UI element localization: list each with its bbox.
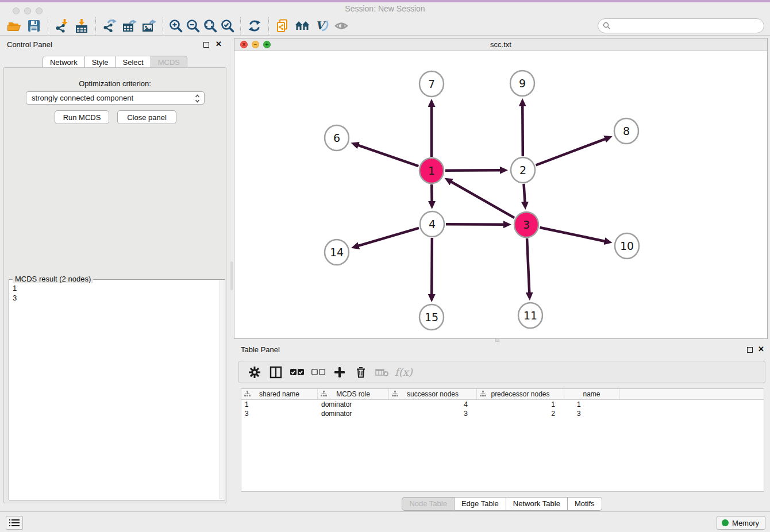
import-network-icon[interactable]	[52, 16, 72, 36]
close-panel-icon[interactable]: ✕	[215, 40, 222, 48]
column-header-name[interactable]: name	[564, 389, 619, 399]
graph-node-3[interactable]: 3	[514, 212, 538, 237]
mcds-result-scrollbar[interactable]	[220, 280, 224, 499]
table-cell[interactable]: 1	[564, 400, 619, 409]
search-input[interactable]	[598, 18, 764, 33]
close-panel-button[interactable]: Close panel	[117, 110, 176, 124]
graph-node-4[interactable]: 4	[420, 211, 444, 237]
graph-node-6[interactable]: 6	[325, 125, 349, 151]
svg-text:3: 3	[523, 218, 530, 231]
app-titlebar: Session: New Session	[0, 2, 770, 16]
graph-node-1[interactable]: 1	[419, 158, 444, 183]
graph-node-9[interactable]: 9	[510, 71, 534, 96]
show-eye-icon[interactable]	[332, 16, 351, 36]
delete-table-icon	[371, 363, 392, 382]
app-title: Session: New Session	[0, 4, 770, 13]
graph-node-14[interactable]: 14	[325, 240, 349, 265]
search-icon	[603, 22, 611, 30]
table-cell[interactable]: 1	[241, 400, 318, 409]
clone-network-icon[interactable]	[273, 16, 292, 36]
table-cell[interactable]: 3	[241, 409, 318, 418]
zoom-out-icon[interactable]	[184, 16, 202, 36]
table-row[interactable]: 1dominator411	[241, 400, 764, 409]
task-history-button[interactable]	[6, 516, 23, 530]
graph-node-10[interactable]: 10	[615, 233, 639, 259]
toolbar-separator	[163, 17, 163, 34]
node-table[interactable]: shared name MCDS role successor nodes pr…	[241, 388, 764, 492]
edge-2-3[interactable]	[524, 184, 525, 202]
refresh-icon[interactable]	[245, 16, 264, 36]
table-cell[interactable]: 1	[477, 400, 564, 409]
table-cell[interactable]: 4	[389, 400, 477, 409]
svg-text:8: 8	[623, 125, 630, 137]
table-cell[interactable]: 3	[389, 409, 477, 418]
optimization-criterion-label: Optimization criterion:	[4, 79, 226, 88]
table-cell[interactable]: dominator	[318, 400, 389, 409]
edge-1-2[interactable]	[445, 170, 500, 171]
vertical-splitter-handle[interactable]	[230, 261, 233, 290]
table-panel-header: Table Panel ✕	[234, 343, 770, 357]
show-columns-icon[interactable]	[265, 363, 286, 382]
zoom-fit-icon[interactable]	[202, 16, 219, 36]
tab-edge-table[interactable]: Edge Table	[455, 497, 506, 511]
home-view-icon[interactable]	[292, 16, 312, 36]
import-table-icon[interactable]	[72, 16, 91, 36]
svg-text:15: 15	[425, 311, 438, 323]
select-all-icon[interactable]	[286, 363, 307, 382]
svg-text:7: 7	[428, 78, 435, 90]
float-panel-icon[interactable]	[747, 347, 753, 353]
edge-4-14[interactable]	[358, 228, 419, 246]
table-settings-icon[interactable]	[244, 363, 265, 382]
export-image-icon[interactable]	[139, 16, 159, 36]
graph-node-8[interactable]: 8	[614, 118, 638, 144]
memory-button[interactable]: Memory	[717, 516, 765, 530]
edge-2-9[interactable]	[522, 106, 523, 156]
table-cell[interactable]: 2	[477, 409, 564, 418]
column-header-predecessor-nodes[interactable]: predecessor nodes	[477, 389, 564, 399]
edge-4-15[interactable]	[432, 238, 432, 295]
toolbar-separator	[240, 17, 241, 34]
tab-motifs[interactable]: Motifs	[568, 497, 602, 511]
export-table-icon[interactable]	[120, 16, 139, 36]
table-cell[interactable]: dominator	[318, 409, 389, 418]
tab-network-table[interactable]: Network Table	[506, 497, 568, 511]
table-row[interactable]: 3dominator323	[241, 409, 764, 418]
column-header-shared-name[interactable]: shared name	[241, 389, 318, 399]
delete-row-icon[interactable]	[350, 363, 371, 382]
float-panel-icon[interactable]	[203, 42, 209, 48]
add-row-icon[interactable]	[329, 363, 350, 382]
mcds-result-text[interactable]: 1 3	[9, 281, 219, 499]
graph-node-15[interactable]: 15	[419, 304, 444, 330]
hide-glasses-icon[interactable]: V	[312, 16, 332, 36]
edge-3-1[interactable]	[451, 182, 514, 218]
close-panel-icon[interactable]: ✕	[758, 345, 764, 353]
criterion-select[interactable]: strongly connected component	[26, 91, 205, 105]
svg-text:1: 1	[428, 164, 435, 177]
edge-3-10[interactable]	[540, 228, 605, 241]
column-header-MCDS-role[interactable]: MCDS role	[318, 389, 389, 399]
tab-node-table[interactable]: Node Table	[402, 497, 455, 511]
run-mcds-button[interactable]: Run MCDS	[55, 110, 109, 124]
memory-label: Memory	[732, 519, 759, 527]
zoom-in-icon[interactable]	[167, 16, 184, 36]
network-canvas[interactable]: 7968124314101511	[235, 51, 767, 338]
svg-text:2: 2	[519, 164, 526, 176]
graph-node-2[interactable]: 2	[511, 157, 535, 183]
svg-text:10: 10	[620, 240, 634, 252]
save-session-icon[interactable]	[24, 16, 44, 36]
deselect-all-icon[interactable]	[307, 363, 329, 382]
zoom-selected-icon[interactable]	[219, 16, 236, 36]
table-cell[interactable]: 3	[564, 409, 619, 418]
column-header-successor-nodes[interactable]: successor nodes	[389, 389, 477, 399]
open-file-icon[interactable]	[5, 16, 24, 36]
graph-node-11[interactable]: 11	[518, 303, 542, 328]
edge-3-11[interactable]	[527, 238, 529, 293]
network-window-titlebar[interactable]: × − + scc.txt	[234, 38, 767, 51]
toolbar-separator	[268, 17, 269, 34]
edge-1-6[interactable]	[358, 145, 418, 166]
edge-4-3[interactable]	[446, 224, 504, 225]
network-graph[interactable]: 7968124314101511	[235, 51, 767, 338]
graph-node-7[interactable]: 7	[419, 71, 444, 97]
export-network-icon[interactable]	[100, 16, 120, 36]
edge-2-8[interactable]	[536, 139, 605, 165]
